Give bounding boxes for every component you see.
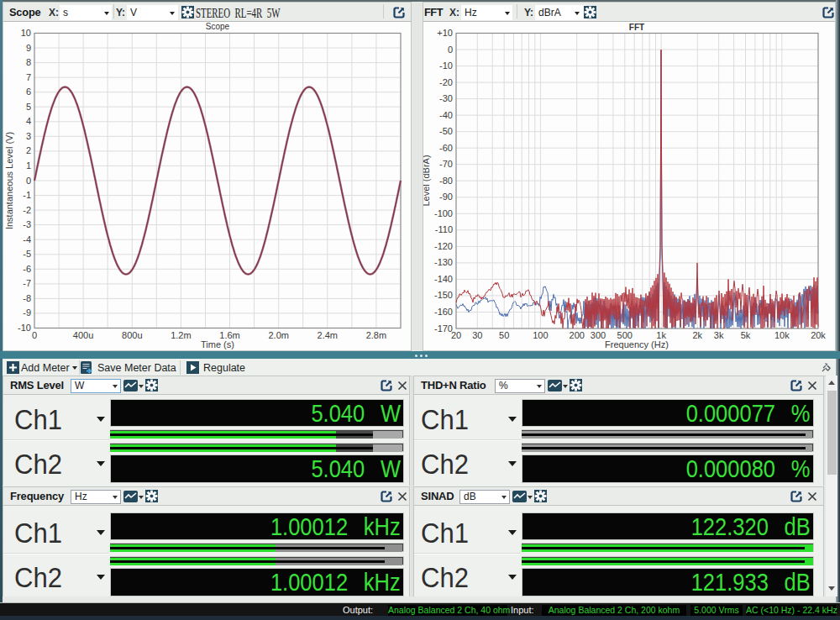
svg-text:2.8m: 2.8m <box>366 330 386 340</box>
svg-text:6: 6 <box>26 87 31 97</box>
svg-text:0: 0 <box>448 45 453 55</box>
svg-text:-5: -5 <box>23 249 31 259</box>
svg-text:400u: 400u <box>73 330 93 340</box>
svg-text:2k: 2k <box>692 330 702 340</box>
svg-text:-40: -40 <box>439 110 453 120</box>
svg-text:4: 4 <box>26 116 31 126</box>
svg-text:-60: -60 <box>439 143 453 153</box>
svg-text:-10: -10 <box>18 323 31 333</box>
svg-text:1.2m: 1.2m <box>171 330 191 340</box>
svg-text:-140: -140 <box>434 274 453 284</box>
svg-text:-9: -9 <box>23 307 31 318</box>
svg-text:Time (s): Time (s) <box>201 339 234 349</box>
svg-text:7: 7 <box>26 72 31 82</box>
svg-text:1: 1 <box>26 160 31 171</box>
svg-text:-20: -20 <box>439 77 453 87</box>
svg-text:-50: -50 <box>439 126 453 136</box>
svg-text:Level (dBrA): Level (dBrA) <box>423 155 431 206</box>
svg-text:Instantaneous Level (V): Instantaneous Level (V) <box>4 132 14 229</box>
svg-text:-2: -2 <box>23 205 31 215</box>
svg-text:-70: -70 <box>439 159 453 169</box>
svg-text:+10: +10 <box>437 28 453 38</box>
svg-text:FFT: FFT <box>629 23 644 32</box>
svg-text:3: 3 <box>26 131 31 141</box>
svg-text:-110: -110 <box>435 224 453 234</box>
svg-text:-150: -150 <box>434 290 453 300</box>
svg-text:8: 8 <box>26 57 31 67</box>
svg-text:-160: -160 <box>434 307 453 317</box>
svg-text:-80: -80 <box>439 176 453 186</box>
svg-text:200: 200 <box>570 330 585 340</box>
svg-text:5k: 5k <box>741 330 751 340</box>
svg-text:10k: 10k <box>774 330 790 340</box>
svg-text:3k: 3k <box>714 330 724 340</box>
svg-text:50: 50 <box>499 330 509 340</box>
svg-text:2: 2 <box>26 145 31 155</box>
svg-text:-1: -1 <box>23 190 31 200</box>
svg-text:-30: -30 <box>439 93 453 103</box>
svg-text:0: 0 <box>32 330 37 340</box>
svg-text:20k: 20k <box>811 330 826 340</box>
svg-text:300: 300 <box>591 330 606 340</box>
svg-text:2.0m: 2.0m <box>268 330 288 340</box>
svg-text:-130: -130 <box>434 257 453 267</box>
svg-text:-8: -8 <box>23 293 31 303</box>
svg-text:-4: -4 <box>23 234 31 244</box>
svg-text:-6: -6 <box>23 264 31 274</box>
svg-text:Frequency (Hz): Frequency (Hz) <box>605 339 669 349</box>
svg-text:0: 0 <box>26 176 31 186</box>
svg-text:-7: -7 <box>23 278 31 288</box>
svg-text:2.4m: 2.4m <box>318 330 338 340</box>
svg-text:30: 30 <box>472 330 482 340</box>
svg-text:5: 5 <box>26 102 31 112</box>
svg-text:-100: -100 <box>434 208 453 218</box>
svg-text:20: 20 <box>451 330 461 340</box>
svg-text:-170: -170 <box>434 323 453 334</box>
svg-text:-90: -90 <box>439 192 453 202</box>
svg-text:-3: -3 <box>23 219 31 229</box>
svg-text:10: 10 <box>21 28 31 38</box>
svg-text:800u: 800u <box>122 330 142 340</box>
svg-text:-120: -120 <box>434 241 453 251</box>
svg-text:Scope: Scope <box>206 23 230 31</box>
svg-text:-10: -10 <box>439 60 453 71</box>
svg-text:9: 9 <box>26 43 31 53</box>
svg-text:100: 100 <box>533 330 548 340</box>
